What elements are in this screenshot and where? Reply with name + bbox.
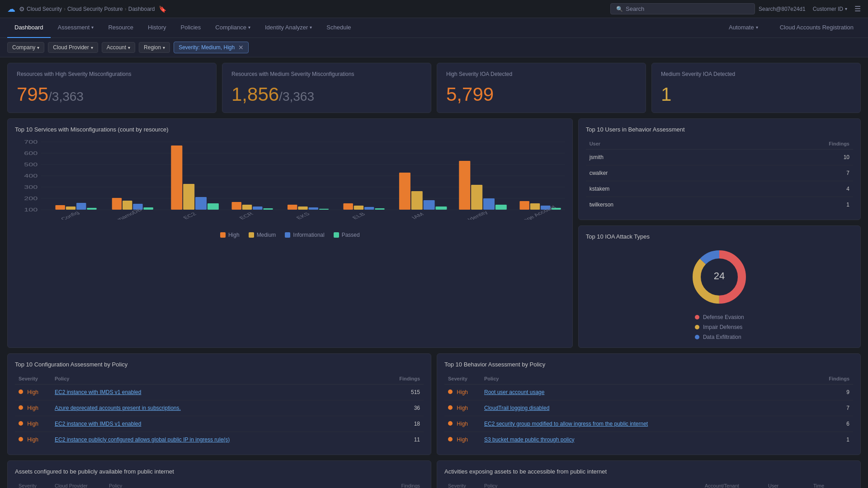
activities-time-header: Time: [813, 483, 849, 488]
user-col-header: User: [586, 138, 727, 150]
ioa-chart-title: Top 10 IOA Attack Types: [586, 233, 853, 240]
behavior-findings-1: 9: [817, 384, 853, 400]
breadcrumb-posture[interactable]: Cloud Security Posture: [67, 6, 123, 12]
svg-text:24: 24: [714, 270, 725, 282]
legend-passed-label: Passed: [342, 232, 360, 238]
bookmark-icon[interactable]: 🔖: [159, 5, 166, 13]
topbar: ☁ ⚙ Cloud Security › Cloud Security Post…: [0, 0, 868, 18]
findings-kstakem: 4: [727, 181, 853, 197]
svg-rect-54: [519, 201, 529, 210]
svg-rect-17: [87, 208, 96, 210]
topbar-user[interactable]: Search@807e24d1: [759, 6, 806, 12]
legend-impair-defenses: Impair Defenses: [695, 324, 744, 330]
topbar-customer-label[interactable]: Customer ID ▾: [813, 6, 847, 12]
svg-text:ECR: ECR: [238, 211, 255, 219]
b-policy-link-2[interactable]: CloudTrail logging disabled: [484, 405, 549, 411]
filter-severity[interactable]: Severity: Medium, High ✕: [174, 42, 249, 53]
stat-high-misconfig-title: Resources with High Severity Misconfigur…: [17, 70, 207, 78]
b-policy-link-3[interactable]: EC2 security group modified to allow ing…: [484, 421, 648, 427]
search-bar[interactable]: 🔍 Search: [610, 3, 755, 14]
filter-region-label: Region: [144, 44, 161, 51]
nav-assessment[interactable]: Assessment ▾: [51, 18, 101, 38]
findings-col-header: Findings: [727, 138, 853, 150]
user-behavior-card: Top 10 Users in Behavior Assessment User…: [578, 118, 861, 220]
svg-text:Config: Config: [59, 210, 81, 220]
assets-severity-header: Severity: [19, 483, 55, 488]
svg-text:IAM: IAM: [410, 211, 425, 219]
breadcrumb-icon: ⚙: [19, 5, 25, 13]
behavior-severity-2: High: [444, 400, 481, 416]
svg-rect-39: [343, 203, 353, 210]
behavior-severity-1: High: [444, 384, 481, 400]
stat-medium-ioa-title: Medium Severity IOA Detected: [661, 70, 851, 78]
filter-account[interactable]: Account ▾: [102, 42, 135, 53]
nav-resource[interactable]: Resource: [101, 18, 141, 38]
filter-cloud-provider[interactable]: Cloud Provider ▾: [48, 42, 98, 53]
b-severity-dot-4: [448, 437, 453, 441]
config-severity-4: High: [15, 432, 51, 447]
config-policy-table: Severity Policy Findings High EC2 instan…: [15, 373, 424, 447]
search-icon: 🔍: [616, 6, 623, 12]
svg-rect-55: [530, 203, 540, 210]
config-row-2: High Azure deprecated accounts present i…: [15, 400, 424, 416]
legend-passed: Passed: [334, 232, 360, 238]
region-chevron: ▾: [163, 45, 165, 50]
stat-medium-ioa-value: 1: [661, 84, 851, 105]
stat-high-ioa-title: High Severity IOA Detected: [446, 70, 637, 78]
dashboard: Resources with High Severity Misconfigur…: [0, 57, 868, 488]
account-chevron: ▾: [128, 45, 130, 50]
legend-informational: Informational: [285, 232, 324, 238]
breadcrumb: ⚙ Cloud Security › Cloud Security Postur…: [19, 5, 607, 13]
breadcrumb-dashboard[interactable]: Dashboard: [128, 6, 155, 12]
user-row-kstakem: kstakem 4: [586, 181, 853, 197]
navbar: Dashboard Assessment ▾ Resource History …: [0, 18, 868, 38]
nav-identity-analyzer[interactable]: Identity Analyzer ▾: [258, 18, 319, 38]
policy-link-1[interactable]: EC2 instance with IMDS v1 enabled: [55, 389, 141, 395]
svg-text:200: 200: [24, 196, 38, 201]
bar-chart-title: Top 10 Services with Misconfigurations (…: [15, 126, 565, 133]
assets-card: Assets configured to be publicly availab…: [7, 460, 431, 488]
svg-text:EKS: EKS: [295, 211, 311, 220]
legend-dot-passed: [334, 232, 339, 238]
policy-link-2[interactable]: Azure deprecated accounts present in sub…: [55, 405, 181, 411]
policy-link-4[interactable]: EC2 instance publicly configured allows …: [55, 436, 230, 443]
b-policy-link-1[interactable]: Root user account usage: [484, 389, 544, 395]
bar-chart-card: Top 10 Services with Misconfigurations (…: [7, 118, 573, 348]
config-findings-3: 18: [387, 416, 424, 432]
user-behavior-table: User Findings jsmith 10 cwalker 7: [586, 138, 853, 212]
svg-text:100: 100: [24, 207, 38, 212]
nav-compliance[interactable]: Compliance ▾: [208, 18, 258, 38]
nav-policies[interactable]: Policies: [174, 18, 208, 38]
nav-history[interactable]: History: [141, 18, 173, 38]
config-severity-header: Severity: [15, 373, 51, 385]
filter-company[interactable]: Company ▾: [7, 42, 44, 53]
breadcrumb-cloud-security[interactable]: Cloud Security: [27, 6, 62, 12]
svg-text:ELB: ELB: [351, 211, 367, 220]
user-cwalker: cwalker: [586, 165, 727, 181]
assets-findings-header: Findings: [384, 483, 420, 488]
topbar-menu-icon[interactable]: ☰: [854, 5, 861, 13]
config-severity-2: High: [15, 400, 51, 416]
svg-rect-46: [424, 200, 435, 210]
legend-high-label: High: [228, 232, 240, 238]
policy-link-3[interactable]: EC2 instance with IMDS v1 enabled: [55, 421, 141, 427]
svg-rect-36: [308, 207, 318, 210]
filter-severity-close[interactable]: ✕: [238, 44, 244, 51]
user-row-twilkerson: twilkerson 1: [586, 197, 853, 212]
stat-high-ioa: High Severity IOA Detected 5,799: [437, 63, 646, 113]
stat-medium-misconfig-sub: /3,363: [279, 89, 314, 103]
user-row-jsmith: jsmith 10: [586, 149, 853, 165]
company-chevron: ▾: [37, 45, 39, 50]
b-policy-link-4[interactable]: S3 bucket made public through policy: [484, 436, 574, 443]
nav-automate[interactable]: Automate ▾: [722, 18, 765, 38]
legend-data-exfil: Data Exfiltration: [695, 334, 744, 340]
config-findings-header: Findings: [387, 373, 424, 385]
nav-dashboard[interactable]: Dashboard: [7, 18, 51, 38]
behavior-policy-card: Top 10 Behavior Assessment by Policy Sev…: [437, 353, 861, 455]
behavior-findings-3: 6: [817, 416, 853, 432]
nav-schedule[interactable]: Schedule: [319, 18, 358, 38]
behavior-policy-3: EC2 security group modified to allow ing…: [481, 416, 817, 432]
severity-label-2: High: [27, 405, 38, 411]
nav-cloud-accounts[interactable]: Cloud Accounts Registration: [773, 18, 861, 38]
filter-region[interactable]: Region ▾: [139, 42, 170, 53]
